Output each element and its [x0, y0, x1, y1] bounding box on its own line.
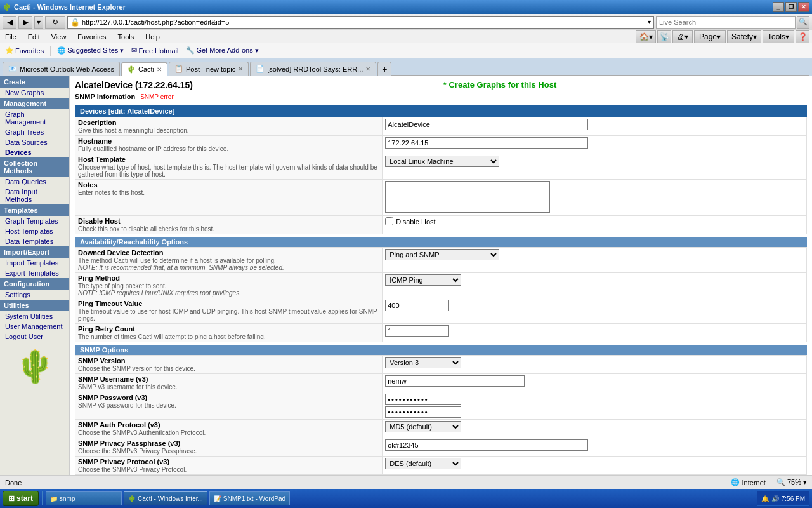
- sidebar-item-settings[interactable]: Settings: [0, 290, 69, 300]
- hostname-input[interactable]: [385, 137, 588, 149]
- title-bar: 🌵 Cacti - Windows Internet Explorer _ ❐ …: [0, 0, 812, 14]
- sidebar-item-export-templates[interactable]: Export Templates: [0, 268, 69, 278]
- snmp-version-select[interactable]: Version 1 Version 2 Version 3: [385, 357, 461, 368]
- notes-textarea[interactable]: [385, 181, 550, 213]
- sidebar-item-data-input[interactable]: Data Input Methods: [0, 187, 69, 204]
- menu-view[interactable]: View: [49, 32, 69, 42]
- feeds-button[interactable]: 📡: [657, 30, 671, 43]
- page-button[interactable]: Page▾: [694, 30, 726, 43]
- sidebar-section-create[interactable]: Create: [0, 76, 69, 88]
- sidebar-section-utilities[interactable]: Utilities: [0, 300, 69, 311]
- help-nav-button[interactable]: ❓: [796, 30, 809, 43]
- close-button[interactable]: ✕: [798, 2, 809, 12]
- sidebar-item-import-templates[interactable]: Import Templates: [0, 258, 69, 268]
- tab-post[interactable]: 📋 Post - new topic ✕: [169, 62, 249, 76]
- menu-tools[interactable]: Tools: [115, 32, 137, 42]
- nav-bar: ◀ ▶ ▾ ↻ 🔒 http://127.0.0.1/cacti/host.ph…: [0, 14, 812, 30]
- print-button[interactable]: 🖨▾: [672, 30, 693, 43]
- menu-edit[interactable]: Edit: [25, 32, 43, 42]
- sidebar-item-host-templates[interactable]: Host Templates: [0, 226, 69, 236]
- sidebar-item-logout[interactable]: Logout User: [0, 331, 69, 342]
- dropdown-button[interactable]: ▾: [34, 16, 43, 29]
- tab-post-close[interactable]: ✕: [238, 65, 243, 72]
- safety-button[interactable]: Safety▾: [727, 30, 761, 43]
- tab-rrdtool[interactable]: 📄 [solved] RRDTool Says: ERR... ✕: [250, 62, 376, 76]
- minimize-button[interactable]: _: [773, 2, 784, 12]
- snmp-privacy-protocol-select[interactable]: DES (default) AES: [385, 458, 461, 469]
- menu-favorites[interactable]: Favorites: [75, 32, 108, 42]
- downed-device-select[interactable]: Ping and SNMP SNMP Ping None: [385, 249, 499, 260]
- sidebar-item-data-sources[interactable]: Data Sources: [0, 137, 69, 147]
- disable-host-checkbox[interactable]: [385, 217, 393, 225]
- taskbar-item-snmp[interactable]: 📁 snmp: [46, 491, 122, 505]
- snmp-username-input[interactable]: [385, 375, 525, 387]
- downed-device-desc: The method Cacti will use to determine i…: [78, 257, 379, 271]
- menu-help[interactable]: Help: [143, 32, 162, 42]
- sidebar-section-import-export[interactable]: Import/Export: [0, 246, 69, 258]
- sidebar-item-graph-management[interactable]: Graph Management: [0, 109, 69, 127]
- refresh-button[interactable]: ↻: [45, 16, 65, 29]
- sidebar-section-collection[interactable]: Collection Methods: [0, 157, 69, 177]
- taskbar-item-cacti[interactable]: 🌵 Cacti - Windows Inter...: [124, 491, 207, 505]
- search-button[interactable]: 🔍: [797, 16, 809, 29]
- outlook-icon: 📧: [8, 65, 17, 73]
- sidebar-section-configuration[interactable]: Configuration: [0, 278, 69, 290]
- create-graphs-link[interactable]: * Create Graphs for this Host: [193, 80, 807, 90]
- sidebar-item-data-templates[interactable]: Data Templates: [0, 236, 69, 246]
- disable-host-checkbox-row: Disable Host: [385, 217, 804, 225]
- ping-retry-input[interactable]: [385, 325, 449, 337]
- new-tab-button[interactable]: +: [377, 62, 391, 76]
- tools-button[interactable]: Tools▾: [763, 30, 794, 43]
- host-template-select[interactable]: Local Linux Machine Linux Host Windows H…: [385, 156, 499, 167]
- status-zone: 🌐 Internet: [731, 478, 766, 486]
- description-input[interactable]: [385, 119, 588, 130]
- sidebar-item-data-queries[interactable]: Data Queries: [0, 177, 69, 187]
- favorites-bar: ⭐ Favorites 🌐 Suggested Sites ▾ ✉ Free H…: [0, 43, 812, 58]
- rrdtool-icon: 📄: [256, 65, 265, 73]
- zone-icon: 🌐: [731, 478, 740, 486]
- snmp-password-field-cell: [383, 392, 807, 420]
- sidebar-item-graph-trees[interactable]: Graph Trees: [0, 127, 69, 137]
- hostname-label-cell: Hostname Fully qualified hostname or IP …: [75, 136, 383, 154]
- snmp-privacy-passphrase-label-cell: SNMP Privacy Passphrase (v3) Choose the …: [75, 438, 383, 457]
- snmp-auth-protocol-select[interactable]: MD5 (default) SHA: [385, 421, 461, 432]
- suggested-sites[interactable]: 🌐 Suggested Sites ▾: [55, 45, 126, 56]
- ping-method-label-cell: Ping Method The type of ping packet to s…: [75, 273, 383, 298]
- snmp-password-confirm-input[interactable]: [385, 406, 461, 418]
- taskbar-divider: [42, 491, 43, 505]
- status-right: 🌐 Internet 🔍 75% ▾: [731, 478, 807, 488]
- address-dropdown[interactable]: ▾: [648, 18, 651, 25]
- menu-bar: File Edit View Favorites Tools Help 🏠▾ 📡…: [0, 30, 812, 43]
- favorites-button[interactable]: ⭐ Favorites: [3, 45, 46, 56]
- snmp-password-input[interactable]: [385, 394, 461, 405]
- sidebar-item-new-graphs[interactable]: New Graphs: [0, 88, 69, 98]
- tab-cacti-close[interactable]: ✕: [157, 66, 162, 73]
- menu-file[interactable]: File: [3, 32, 19, 42]
- ping-method-select[interactable]: ICMP Ping UDP TCP: [385, 274, 461, 286]
- sidebar-item-devices[interactable]: Devices: [0, 147, 69, 157]
- tab-outlook[interactable]: 📧 Microsoft Outlook Web Access: [3, 62, 120, 76]
- sidebar-item-graph-templates[interactable]: Graph Templates: [0, 216, 69, 226]
- notes-desc: Enter notes to this host.: [78, 189, 379, 196]
- address-bar[interactable]: 🔒 http://127.0.0.1/cacti/host.php?action…: [67, 16, 654, 29]
- sidebar-item-user-management[interactable]: User Management: [0, 321, 69, 331]
- status-divider: [771, 478, 771, 488]
- back-button[interactable]: ◀: [3, 16, 16, 29]
- sidebar-section-templates[interactable]: Templates: [0, 204, 69, 216]
- home-button[interactable]: 🏠▾: [636, 30, 656, 43]
- taskbar-item-wordpad[interactable]: 📝 SNMP1.txt - WordPad: [209, 491, 290, 505]
- tab-cacti[interactable]: 🌵 Cacti ✕: [121, 62, 167, 76]
- suggested-icon: 🌐: [57, 46, 66, 55]
- tab-rrdtool-close[interactable]: ✕: [365, 65, 370, 72]
- restore-button[interactable]: ❐: [785, 2, 797, 12]
- ping-timeout-input[interactable]: [385, 300, 449, 311]
- get-more-addons[interactable]: 🔧 Get More Add-ons ▾: [183, 45, 261, 56]
- sidebar-section-management[interactable]: Management: [0, 98, 69, 109]
- start-button[interactable]: ⊞ start: [3, 491, 39, 506]
- snmp-privacy-passphrase-input[interactable]: [385, 439, 588, 451]
- hostname-field-cell: [383, 136, 807, 154]
- free-hotmail[interactable]: ✉ Free Hotmail: [129, 45, 181, 56]
- forward-button[interactable]: ▶: [18, 16, 32, 29]
- sidebar-item-system-utilities[interactable]: System Utilities: [0, 311, 69, 321]
- search-input[interactable]: [656, 16, 796, 29]
